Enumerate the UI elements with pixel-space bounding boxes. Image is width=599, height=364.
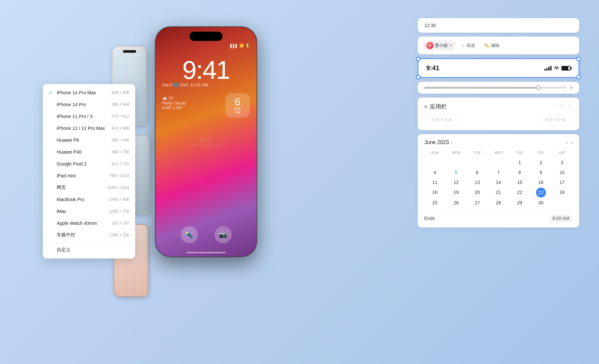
flashlight-button[interactable]: 🔦 xyxy=(181,226,198,243)
cal-cell-26[interactable]: 26 xyxy=(445,198,466,207)
ends-label: Ends xyxy=(424,216,435,221)
cal-cell-1[interactable]: 1 xyxy=(509,158,530,167)
cal-cell-29[interactable]: 29 xyxy=(509,198,530,207)
dropdown-item-imac[interactable]: ✓ iMac 1280 × 720 xyxy=(43,205,135,217)
cal-cell-6[interactable]: 6 xyxy=(467,168,488,177)
checkmark-icon-12: ✓ xyxy=(49,232,54,238)
status-bar-input-value[interactable]: 12:30 xyxy=(424,23,573,28)
cal-cell-w1-wed xyxy=(488,158,509,167)
signal-icon: ▌▌▌ xyxy=(230,44,238,48)
cal-cell-2[interactable]: 2 xyxy=(530,158,551,167)
cal-cell-7[interactable]: 7 xyxy=(488,168,509,177)
dropdown-item-iphone11promax[interactable]: ✓ iPhone 11 / 11 Pro Max 414 × 896 xyxy=(43,122,135,134)
dropdown-item-left-1: ✓ iPhone 14 Pro xyxy=(49,102,86,107)
ends-time[interactable]: 8:00 AM xyxy=(549,214,573,222)
dropdown-item-left-13: ✓ 自定义 xyxy=(49,247,71,253)
day-header-wed: WED xyxy=(488,149,509,156)
calendar-prev-button[interactable]: ‹ xyxy=(566,139,567,145)
watermark-line1: 硕夏网 xyxy=(191,136,221,142)
cal-cell-24[interactable]: 24 xyxy=(552,188,573,197)
cal-cell-13[interactable]: 13 xyxy=(467,178,488,187)
filter-button[interactable]: ✓ 筛选 xyxy=(458,41,478,50)
checkmark-icon-5: ✓ xyxy=(49,149,54,155)
cal-cell-11[interactable]: 11 xyxy=(424,178,445,187)
cal-cell-19[interactable]: 19 xyxy=(445,188,466,197)
statusbar-mockup-panel[interactable]: 9:41 xyxy=(418,58,579,78)
cal-cell-27[interactable]: 27 xyxy=(467,198,488,207)
filter-label: 筛选 xyxy=(466,43,475,48)
cal-cell-20[interactable]: 20 xyxy=(467,188,488,197)
slider-thumb[interactable] xyxy=(536,85,541,90)
dropdown-item-iphone14pro[interactable]: ✓ iPhone 14 Pro 390 × 844 xyxy=(43,99,135,110)
dropdown-item-left-0: ✓ iPhone 14 Pro Max xyxy=(49,90,96,95)
tab-items: 选项卡标签 选项卡标签 xyxy=(424,114,573,125)
month-expand-icon[interactable]: › xyxy=(451,140,453,145)
cal-cell-16[interactable]: 16 xyxy=(530,178,551,187)
dropdown-item-web[interactable]: ✓ 网页 1440 × 1024 xyxy=(43,182,135,194)
cal-cell-9[interactable]: 9 xyxy=(530,168,551,177)
watermark-line2: www.sxiaw.com xyxy=(191,142,221,147)
cal-cell-12[interactable]: 12 xyxy=(445,178,466,187)
dropdown-item-carcontrol[interactable]: ✓ 车载中控 1280 × 720 xyxy=(43,229,135,241)
calendar-month-label: June 2023 › xyxy=(424,139,452,145)
person-avatar: 墨 xyxy=(426,42,434,49)
cal-cell-22[interactable]: 22 xyxy=(509,188,530,197)
tag-close-button[interactable]: ✕ xyxy=(449,43,452,48)
checkmark-icon-9: ✓ xyxy=(49,197,54,202)
right-panels: 12:30 墨 墨小姐 ✕ ✓ 筛选 ✏️ 编辑 9:41 xyxy=(418,18,579,228)
phone-back-1-notch xyxy=(123,50,136,53)
dropdown-item-iphone14promax[interactable]: ✓ iPhone 14 Pro Max 428 × 926 xyxy=(43,87,135,99)
cal-cell-5[interactable]: 5 xyxy=(445,168,466,177)
cal-cell-18[interactable]: 18 xyxy=(424,188,445,197)
cal-cell-30[interactable]: 30 xyxy=(530,198,551,207)
slider-panel xyxy=(418,82,579,94)
dropdown-item-iphone11prox[interactable]: ✓ iPhone 11 Pro / X 375 × 812 xyxy=(43,110,135,122)
edit-button[interactable]: ✏️ 编辑 xyxy=(481,41,503,50)
cal-cell-21[interactable]: 21 xyxy=(488,188,509,197)
handle-top-right[interactable] xyxy=(577,57,581,61)
phone-date-line: Sat 4 🌐 NYC 12:41 AM xyxy=(162,82,250,87)
dropdown-item-huaweip8[interactable]: ✓ Huawei P8 360 × 640 xyxy=(43,134,135,146)
signal-bars-icon xyxy=(544,66,552,71)
camera-button[interactable]: 📷 xyxy=(215,226,232,243)
cal-cell-15[interactable]: 15 xyxy=(509,178,530,187)
calendar-next-button[interactable]: › xyxy=(571,139,573,145)
cal-cell-w5-sat xyxy=(552,198,573,207)
cal-cell-25[interactable]: 25 xyxy=(424,198,445,207)
calendar-week-4: 18 19 20 21 22 23 24 xyxy=(424,188,573,197)
dropdown-label-9: MacBook Pro xyxy=(57,197,84,202)
cal-cell-4[interactable]: 4 xyxy=(424,168,445,177)
tab-item-2[interactable]: 选项卡标签 xyxy=(537,114,573,125)
phone-big-time: 9:41 xyxy=(182,55,230,85)
dropdown-item-macbookpro[interactable]: ✓ MacBook Pro 1440 × 900 xyxy=(43,194,135,205)
day-header-thu: THU xyxy=(509,149,530,156)
cal-cell-10[interactable]: 10 xyxy=(552,168,573,177)
cal-cell-28[interactable]: 28 xyxy=(488,198,509,207)
cal-cell-14[interactable]: 14 xyxy=(488,178,509,187)
hamburger-icon: ≡ xyxy=(424,104,427,110)
handle-bottom-right[interactable] xyxy=(577,75,581,79)
statusbar-mockup-icons xyxy=(544,65,571,71)
cal-cell-17[interactable]: 17 xyxy=(552,178,573,187)
month-text: June 2023 xyxy=(424,139,449,145)
heart-icon[interactable]: ♡ xyxy=(559,104,563,110)
dropdown-item-huaweip40[interactable]: ✓ Huawei P40 360 × 780 xyxy=(43,146,135,158)
slider-track[interactable] xyxy=(424,87,567,89)
more-dots-icon[interactable]: ⋮ xyxy=(567,104,573,110)
handle-bottom-left[interactable] xyxy=(416,75,420,79)
cal-cell-3[interactable]: 3 xyxy=(552,158,573,167)
cal-cell-8[interactable]: 8 xyxy=(509,168,530,177)
calendar-footer: Ends 8:00 AM xyxy=(424,211,573,222)
dropdown-item-applewatch[interactable]: ✓ Apple Watch 40mm 162 × 197 xyxy=(43,217,135,229)
cal-cell-23-today[interactable]: 23 xyxy=(536,188,546,197)
dropdown-item-pixel2[interactable]: ✓ Google Pixel 2 411 × 731 xyxy=(43,158,135,170)
handle-top-left[interactable] xyxy=(416,57,420,61)
dropdown-label-7: iPad mini xyxy=(57,173,76,178)
dropdown-item-left-4: ✓ Huawei P8 xyxy=(49,137,79,143)
person-tag-chip[interactable]: 墨 墨小姐 ✕ xyxy=(423,41,456,50)
dropdown-item-custom[interactable]: ✓ 自定义 xyxy=(43,244,135,256)
tab-item-1[interactable]: 选项卡标签 xyxy=(424,114,460,125)
dropdown-size-11: 162 × 197 xyxy=(111,221,129,226)
dropdown-item-ipadmini[interactable]: ✓ iPad mini 768 × 1024 xyxy=(43,170,135,182)
main-phone-screen: ▌▌▌ 📶 🔋 9:41 Sat 4 🌐 NYC 12:41 AM ☁️ 72°… xyxy=(156,27,256,257)
